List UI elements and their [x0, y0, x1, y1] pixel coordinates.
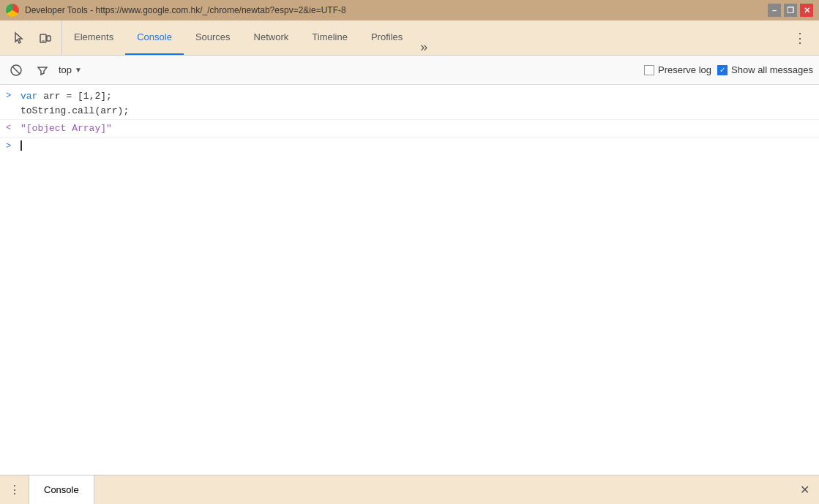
title-text: Developer Tools - https://www.google.com… — [25, 5, 346, 15]
tabs-list: Elements Console Sources Network Timelin… — [62, 20, 784, 55]
context-dropdown-arrow: ▼ — [75, 66, 82, 74]
input-arrow-1: > — [6, 91, 15, 101]
console-line-input: > var arr = [1,2]; toString.call(arr); — [0, 88, 819, 120]
code-line-2: toString.call(arr); — [20, 104, 813, 119]
preserve-log-label[interactable]: Preserve log — [644, 64, 711, 75]
context-selector[interactable]: top ▼ — [59, 64, 82, 75]
console-cursor-line[interactable]: > — [0, 138, 819, 153]
tabs-bar: Elements Console Sources Network Timelin… — [0, 20, 819, 56]
title-bar: Developer Tools - https://www.google.com… — [0, 0, 819, 20]
cursor-blink — [20, 140, 22, 151]
bottom-console-tab[interactable]: Console — [29, 475, 94, 505]
device-mode-button[interactable] — [35, 28, 56, 48]
tab-network[interactable]: Network — [242, 20, 301, 55]
console-toolbar: top ▼ Preserve log ✓ Show all messages — [0, 56, 819, 85]
console-output-text: "[object Array]" — [20, 121, 813, 136]
tab-elements[interactable]: Elements — [62, 20, 125, 55]
title-bar-left: Developer Tools - https://www.google.com… — [6, 4, 346, 17]
tabs-overflow-button[interactable]: » — [414, 40, 433, 55]
devtools-icons — [3, 20, 62, 55]
tab-profiles[interactable]: Profiles — [359, 20, 414, 55]
bottom-close-button[interactable]: ✕ — [790, 475, 819, 505]
code-line-1: var arr = [1,2]; — [20, 89, 813, 104]
svg-rect-1 — [47, 36, 51, 41]
console-code-block-1: var arr = [1,2]; toString.call(arr); — [20, 89, 813, 118]
context-value: top — [59, 64, 72, 75]
output-arrow: < — [6, 123, 15, 133]
window-controls: – ❐ ✕ — [768, 4, 813, 17]
clear-icon — [10, 64, 22, 76]
code-statement: arr = [1,2]; — [43, 91, 112, 102]
filter-icon — [37, 64, 48, 76]
code-call: toString.call(arr); — [20, 105, 129, 116]
clear-console-button[interactable] — [6, 60, 26, 80]
tab-timeline[interactable]: Timeline — [300, 20, 359, 55]
devtools-menu-button[interactable]: ⋮ — [790, 28, 810, 48]
tab-sources[interactable]: Sources — [184, 20, 242, 55]
tabs-end: ⋮ — [784, 20, 816, 55]
minimize-button[interactable]: – — [768, 4, 781, 17]
cursor-arrow: > — [6, 141, 15, 151]
show-all-messages-label[interactable]: ✓ Show all messages — [717, 64, 813, 75]
close-window-button[interactable]: ✕ — [800, 4, 813, 17]
filter-button[interactable] — [32, 60, 53, 80]
svg-line-4 — [12, 67, 20, 74]
code-keyword-var: var — [20, 91, 43, 102]
bottom-menu-button[interactable]: ⋮ — [0, 475, 29, 505]
show-all-checkbox[interactable]: ✓ — [717, 65, 728, 75]
restore-button[interactable]: ❐ — [784, 4, 797, 17]
device-icon — [39, 31, 52, 45]
chrome-icon — [6, 4, 19, 17]
cursor-icon — [12, 31, 26, 45]
console-content: > var arr = [1,2]; toString.call(arr); <… — [0, 85, 819, 475]
console-line-output: < "[object Array]" — [0, 120, 819, 138]
output-value: "[object Array]" — [20, 123, 112, 134]
preserve-log-checkbox[interactable] — [644, 65, 654, 75]
tab-console[interactable]: Console — [125, 20, 184, 55]
bottom-bar: ⋮ Console ✕ — [0, 475, 819, 504]
inspect-element-button[interactable] — [9, 28, 29, 48]
